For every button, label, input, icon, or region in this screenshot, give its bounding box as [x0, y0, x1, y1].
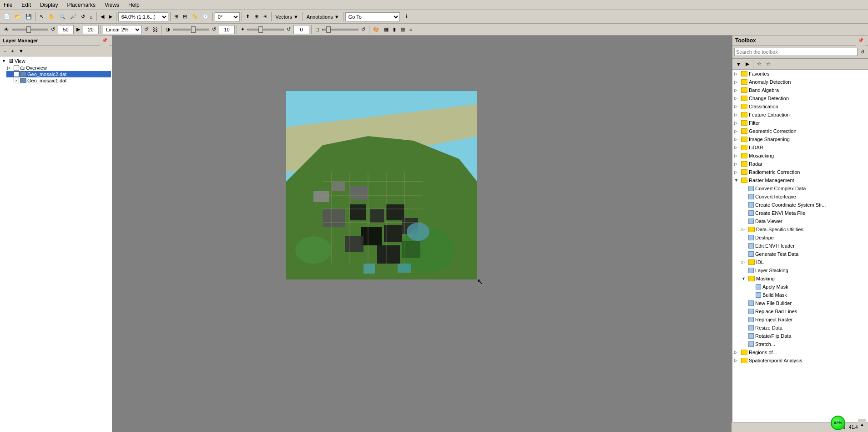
- sun-button[interactable]: ☀: [261, 12, 269, 22]
- tb-item-regions-of[interactable]: ▷Regions of...: [732, 348, 868, 356]
- contrast-input[interactable]: [83, 25, 99, 34]
- tb-item-raster-mgmt[interactable]: ▼Raster Management: [732, 176, 868, 184]
- tb-item-mosaicking[interactable]: ▷Mosaicking: [732, 152, 868, 160]
- toolbox-search-button[interactable]: ↺: [858, 47, 866, 57]
- tb-item-idl[interactable]: ▷IDL: [732, 258, 868, 266]
- tree-view-item[interactable]: ▼ 🖥 View: [1, 57, 111, 65]
- status-button[interactable]: ▲: [858, 419, 866, 429]
- sun-icon[interactable]: ☀: [2, 25, 11, 35]
- tb-item-radar[interactable]: ▷Radar: [732, 160, 868, 168]
- tb-item-stretch[interactable]: Stretch...: [732, 340, 868, 348]
- menu-file[interactable]: File: [2, 1, 14, 9]
- tb-toggle-lidar[interactable]: ▷: [734, 145, 740, 150]
- brightness-reset[interactable]: ↺: [49, 25, 57, 35]
- goto-select[interactable]: Go To: [345, 12, 400, 21]
- tb-item-generate-test[interactable]: Generate Test Data: [732, 250, 868, 258]
- tb-toggle-radar[interactable]: ▷: [734, 162, 740, 166]
- tb-toggle-anomaly[interactable]: ▷: [734, 80, 740, 84]
- sharpness-reset[interactable]: ↺: [285, 25, 293, 35]
- sharpness-slider[interactable]: [247, 29, 284, 30]
- toolbox-pin-button[interactable]: 📌: [856, 36, 865, 46]
- tb-item-radiometric[interactable]: ▷Radiometric Correction: [732, 168, 868, 176]
- brightness-play[interactable]: ▶: [75, 25, 82, 35]
- clock-tool[interactable]: 🕐: [201, 12, 211, 22]
- tb-item-resize[interactable]: Resize Data: [732, 324, 868, 332]
- next-view[interactable]: ▶: [107, 12, 114, 22]
- tb-item-replace-bad[interactable]: Replace Bad Lines: [732, 307, 868, 315]
- layer-collapse-all[interactable]: −: [2, 46, 8, 56]
- tb-toggle-band-algebra[interactable]: ▷: [734, 88, 740, 92]
- vectors-btn[interactable]: Vectors ▼: [273, 12, 301, 22]
- layer-down-arrow[interactable]: ▼: [17, 46, 25, 56]
- transp-reset[interactable]: ↺: [359, 25, 367, 35]
- stretch-refresh[interactable]: ↺: [142, 25, 150, 35]
- contrast-slider[interactable]: [173, 29, 209, 30]
- rotation-select[interactable]: 0°: [215, 12, 240, 21]
- tb-toggle-data-specific[interactable]: ▷: [742, 227, 747, 232]
- annotations-btn[interactable]: Annotations ▼: [305, 12, 341, 22]
- zoom-select[interactable]: 64.0% (1:1.6...): [118, 12, 168, 21]
- hist-icon[interactable]: ▤: [399, 25, 407, 35]
- tb-item-layer-stacking[interactable]: Layer Stacking: [732, 266, 868, 274]
- zoom-full[interactable]: ⊟: [181, 12, 189, 22]
- tb-item-anomaly[interactable]: ▷Anomaly Detection: [732, 78, 868, 86]
- tb-item-data-viewer[interactable]: Data Viewer: [732, 217, 868, 225]
- tb-item-image-sharpening[interactable]: ▷Image Sharpening: [732, 135, 868, 143]
- sharpness-input[interactable]: [219, 25, 235, 34]
- menu-help[interactable]: Help: [126, 1, 141, 9]
- display-icon[interactable]: ▮: [391, 25, 398, 35]
- pan-tool[interactable]: ✋: [46, 12, 56, 22]
- tb-item-classification[interactable]: ▷Classification: [732, 102, 868, 111]
- menu-views[interactable]: Views: [103, 1, 121, 9]
- tb-toggle-change-detection[interactable]: ▷: [734, 96, 740, 101]
- transp-icon[interactable]: ◻: [313, 25, 321, 35]
- open-button[interactable]: 📂: [13, 12, 23, 22]
- tb-toggle-favorites[interactable]: ▷: [734, 71, 740, 76]
- brightness-slider[interactable]: [12, 29, 48, 30]
- view-toggle[interactable]: ▼: [2, 59, 7, 63]
- extra-icon[interactable]: ≡: [408, 25, 414, 35]
- color-icon[interactable]: 🎨: [371, 25, 381, 35]
- tb-item-data-specific[interactable]: ▷Data-Specific Utilities: [732, 225, 868, 234]
- tb-toggle-radiometric[interactable]: ▷: [734, 170, 740, 174]
- zoom-fit[interactable]: ⊞: [172, 12, 180, 22]
- tb-toggle-regions-of[interactable]: ▷: [734, 350, 740, 355]
- tb-item-spatiotemporal[interactable]: ▷Spatiotemporal Analysis: [732, 356, 868, 365]
- tb-item-create-envi[interactable]: Create ENVI Meta File: [732, 209, 868, 217]
- tb-toggle-classification[interactable]: ▷: [734, 104, 740, 109]
- tree-file1-item[interactable]: Geo_mosaic2.dat: [6, 71, 111, 77]
- tb-item-rotate-flip[interactable]: Rotate/Flip Data: [732, 332, 868, 340]
- tb-toggle-raster-mgmt[interactable]: ▼: [734, 178, 740, 183]
- zoom-out-tool[interactable]: 🔎: [68, 12, 78, 22]
- tb-item-masking[interactable]: ▼Masking: [732, 274, 868, 283]
- tb-toggle-image-sharpening[interactable]: ▷: [734, 137, 740, 142]
- tb-item-reproject[interactable]: Reproject Raster: [732, 315, 868, 324]
- overview-toggle[interactable]: ▷: [7, 66, 13, 70]
- tb-toggle-idl[interactable]: ▷: [742, 260, 747, 264]
- layer-pin-button[interactable]: 📌: [100, 36, 109, 46]
- tb-toggle-spatiotemporal[interactable]: ▷: [734, 358, 740, 363]
- new-button[interactable]: 📄: [2, 12, 12, 22]
- tb-item-new-file-builder[interactable]: New File Builder: [732, 299, 868, 307]
- tb-item-convert-interleave[interactable]: Convert Interleave: [732, 193, 868, 201]
- tb-item-apply-mask[interactable]: Apply Mask: [732, 283, 868, 291]
- tree-file2-item[interactable]: Geo_mosaic1.dat: [6, 77, 111, 84]
- stretch-select[interactable]: Linear 2%: [103, 25, 141, 34]
- transparency-slider[interactable]: [322, 29, 358, 30]
- brightness-input[interactable]: [58, 25, 74, 34]
- file2-checkbox[interactable]: [14, 78, 19, 83]
- pointer-tool[interactable]: ↖: [38, 12, 45, 22]
- toolbox-star1[interactable]: ☆: [755, 59, 763, 69]
- tb-toggle-feature-extraction[interactable]: ▷: [734, 112, 740, 117]
- tb-toggle-geometric-correction[interactable]: ▷: [734, 129, 740, 133]
- tree-overview-item[interactable]: ▷ 🗂 Overview: [6, 65, 111, 71]
- tb-toggle-masking[interactable]: ▼: [742, 276, 747, 281]
- tb-item-feature-extraction[interactable]: ▷Feature Extraction: [732, 111, 868, 119]
- tb-item-build-mask[interactable]: Build Mask: [732, 291, 868, 299]
- tb-item-filter[interactable]: ▷Filter: [732, 119, 868, 127]
- map-area[interactable]: ↖: [113, 36, 732, 432]
- transparency-input[interactable]: [293, 25, 309, 34]
- tb-item-favorites[interactable]: ▷Favorites: [732, 70, 868, 78]
- toolbox-collapse[interactable]: ▼: [734, 59, 743, 69]
- tb-item-change-detection[interactable]: ▷Change Detection: [732, 94, 868, 102]
